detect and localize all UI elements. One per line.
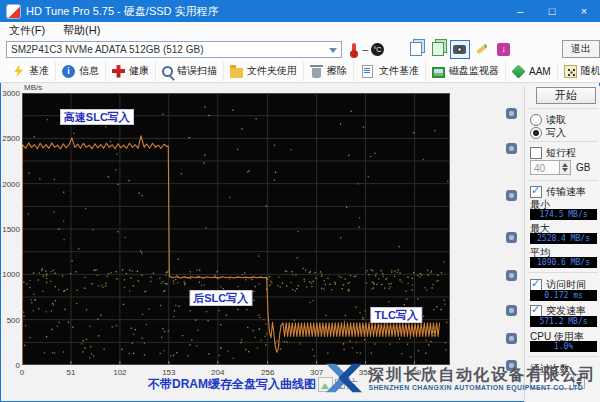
random-access-icon [564, 65, 577, 78]
exit-button[interactable]: 退出 [562, 40, 600, 58]
radio-write[interactable] [530, 127, 542, 139]
company-name-en: SHENZHEN CHANGXIN AUTOMATION EQUIPMENT C… [369, 384, 597, 391]
y-tick-label: 3000 [2, 89, 20, 98]
file-benchmark-icon [362, 65, 373, 78]
toolbar-disk-monitor[interactable]: 磁盘监视器 [426, 62, 506, 81]
transfer-rate-option[interactable]: 传输速率 [530, 185, 597, 199]
toolbar-item-label: 文件基准 [379, 64, 419, 78]
edit-button[interactable] [472, 40, 492, 59]
toolbar-info[interactable]: 信息 [56, 62, 106, 81]
error-scan-icon [162, 66, 173, 77]
plot-svg [22, 93, 450, 365]
copy-image-icon [432, 42, 444, 56]
health-icon [112, 65, 125, 78]
write-label: 写入 [546, 126, 566, 140]
minimize-button[interactable]: – [504, 0, 536, 22]
toolbar-item-label: 基准 [29, 64, 49, 78]
radio-read[interactable] [530, 114, 542, 126]
chart-annotation: TLC写入 [372, 308, 421, 322]
toolbar: 基准信息健康错误扫描文件夹使用擦除文件基准磁盘监视器AAM随机访问额外测试 [0, 60, 600, 83]
divider [528, 356, 598, 357]
burst-rate-value: 571.2 MB/s [530, 316, 597, 327]
divider [528, 141, 598, 142]
read-label: 读取 [546, 113, 566, 127]
checkbox-short-stroke[interactable] [530, 147, 542, 159]
mode-read-option[interactable]: 读取 [530, 113, 597, 127]
toolbar-item-label: 文件夹使用 [247, 64, 297, 78]
chart-annotation: 后SLC写入 [190, 291, 251, 305]
spin-down-icon [562, 168, 568, 172]
spin-up-icon [562, 163, 568, 167]
short-stroke-size: 40 GB [530, 160, 597, 175]
side-strip-icon [506, 143, 517, 154]
info-icon [62, 65, 75, 78]
toolbar-file-benchmark[interactable]: 文件基准 [354, 62, 426, 81]
benchmark-icon [12, 65, 25, 78]
y-axis-unit-label: MB/s [24, 83, 42, 92]
short-stroke-stepper[interactable] [560, 160, 571, 175]
download-icon: ↓ [497, 43, 510, 56]
side-strip-icon [506, 108, 517, 119]
menu-help[interactable]: 帮助(H) [54, 22, 109, 38]
short-stroke-option[interactable]: 短行程 [530, 146, 597, 160]
temperature-unit-badge: °C [371, 43, 383, 56]
divider [528, 108, 598, 109]
toolbar-error-scan[interactable]: 错误扫描 [156, 62, 224, 81]
maximize-button[interactable]: □ [536, 0, 568, 22]
camera-icon [453, 45, 466, 54]
toolbar-item-label: 错误扫描 [177, 64, 217, 78]
chart-caption: 不带DRAM缓存全盘写入曲线图 [148, 376, 316, 393]
side-strip-icon [506, 270, 517, 281]
save-button[interactable]: ↓ [494, 40, 514, 59]
drive-bar: SM2P41C3 NVMe ADATA 512GB (512 GB) – °C … [0, 38, 600, 61]
drive-select-value: SM2P41C3 NVMe ADATA 512GB (512 GB) [11, 44, 204, 55]
x-tick-label: 0 [20, 368, 24, 377]
y-tick-label: 1500 [2, 225, 20, 234]
toolbar-erase[interactable]: 擦除 [304, 62, 354, 81]
toolbar-item-label: 随机访问 [581, 64, 600, 78]
toolbar-item-label: 健康 [129, 64, 149, 78]
y-tick-label: 1000 [2, 270, 20, 279]
toolbar-item-label: 信息 [79, 64, 99, 78]
menu-file[interactable]: 文件(F) [0, 22, 54, 38]
copy-icon [410, 42, 422, 56]
short-stroke-value[interactable]: 40 [530, 160, 560, 175]
max-value: 2528.4 MB/s [530, 233, 597, 244]
quick-actions: ↓ [406, 40, 516, 59]
checkbox-transfer-rate[interactable] [530, 186, 542, 198]
plot-area [22, 93, 450, 365]
start-button[interactable]: 开始 [536, 87, 596, 104]
avg-value: 1090.6 MB/s [530, 257, 597, 268]
y-tick-label: 2500 [2, 134, 20, 143]
side-strip-icon [506, 333, 517, 344]
pencil-icon [476, 44, 488, 55]
drive-select[interactable]: SM2P41C3 NVMe ADATA 512GB (512 GB) [6, 41, 342, 58]
toolbar-health[interactable]: 健康 [106, 62, 156, 81]
short-stroke-unit: GB [576, 162, 590, 173]
screenshot-button[interactable] [450, 40, 470, 59]
logo-x-mark [325, 359, 363, 397]
temperature-value: – [362, 43, 368, 55]
divider [528, 272, 598, 273]
aam-icon [511, 64, 525, 78]
copy-image-button[interactable] [428, 40, 448, 59]
results-panel: 开始 读取 写入 短行程 40 GB 传输速率 最小 174.5 MB/s 最大… [524, 86, 600, 402]
app-icon [7, 5, 20, 18]
x-tick-label: 102 [113, 368, 126, 377]
toolbar-benchmark[interactable]: 基准 [6, 62, 56, 81]
y-tick-label: 2000 [2, 179, 20, 188]
toolbar-random-access[interactable]: 随机访问 [558, 62, 600, 81]
copy-button[interactable] [406, 40, 426, 59]
disk-monitor-icon [432, 67, 445, 78]
toolbar-aam[interactable]: AAM [506, 62, 558, 81]
side-strip-icon [506, 305, 517, 316]
toolbar-folder-usage[interactable]: 文件夹使用 [224, 62, 304, 81]
divider [528, 180, 598, 181]
company-name-cn: 深圳长欣自动化设备有限公司 [369, 365, 597, 384]
title-bar: HD Tune Pro 5.75 - 硬盘/SSD 实用程序 – □ × [0, 0, 600, 22]
hdtune-window: HD Tune Pro 5.75 - 硬盘/SSD 实用程序 – □ × 文件(… [0, 0, 600, 402]
cpu-usage-value: 1.0% [530, 341, 597, 352]
mode-write-option[interactable]: 写入 [530, 126, 597, 140]
thermometer-icon [352, 43, 356, 55]
close-button[interactable]: × [568, 0, 600, 22]
